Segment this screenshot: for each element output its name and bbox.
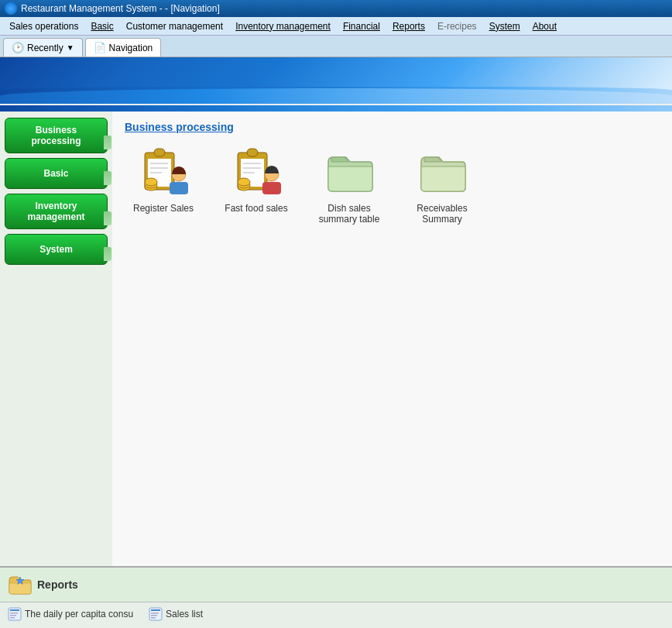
icon-item-register-sales[interactable]: Register Sales bbox=[125, 144, 202, 225]
sidebar: Business processing Basic Inventory mana… bbox=[0, 112, 112, 566]
menu-financial[interactable]: Financial bbox=[337, 19, 386, 33]
reports-links: The daily per capita consu Sales list bbox=[0, 602, 672, 626]
svg-rect-30 bbox=[151, 613, 159, 614]
title-bar: Restaurant Management System - - [Naviga… bbox=[0, 0, 672, 17]
sidebar-btn-inventory-management[interactable]: Inventory management bbox=[5, 194, 108, 229]
fast-food-sales-svg bbox=[231, 146, 282, 197]
menu-basic[interactable]: Basic bbox=[84, 19, 119, 33]
clock-icon: 🕑 bbox=[12, 42, 24, 53]
window-title: Restaurant Management System - - [Naviga… bbox=[21, 3, 220, 14]
report-link-daily-icon bbox=[8, 607, 22, 621]
fast-food-sales-label: Fast food sales bbox=[225, 203, 287, 214]
svg-rect-29 bbox=[151, 609, 160, 611]
tab-dropdown-icon[interactable]: ▼ bbox=[67, 43, 74, 52]
wave-bar bbox=[0, 105, 672, 112]
reports-section: Reports The daily per capita consu Sales… bbox=[0, 566, 672, 628]
svg-rect-32 bbox=[151, 617, 156, 619]
svg-point-19 bbox=[238, 178, 250, 186]
svg-rect-2 bbox=[154, 149, 165, 156]
nav-icon: 📄 bbox=[94, 42, 106, 53]
reports-header: Reports bbox=[0, 568, 672, 602]
svg-rect-10 bbox=[170, 182, 188, 194]
icon-grid: Register Sales bbox=[125, 144, 660, 225]
dish-sales-summary-label: Dish sales summary table bbox=[310, 203, 388, 225]
sidebar-btn-basic[interactable]: Basic bbox=[5, 158, 108, 189]
svg-rect-25 bbox=[10, 613, 18, 614]
svg-rect-31 bbox=[151, 615, 157, 616]
svg-rect-26 bbox=[10, 615, 16, 616]
register-sales-label: Register Sales bbox=[133, 203, 194, 214]
receivables-summary-label: Receivables Summary bbox=[403, 203, 481, 225]
report-link-sales-list-label: Sales list bbox=[166, 609, 203, 619]
tab-recently-label: Recently bbox=[27, 43, 63, 53]
receivables-summary-icon-box bbox=[415, 144, 469, 198]
tab-navigation-label: Navigation bbox=[109, 43, 153, 53]
report-link-sales-list-icon bbox=[149, 607, 163, 621]
menu-about[interactable]: About bbox=[526, 19, 563, 33]
fast-food-sales-icon-box bbox=[229, 144, 283, 198]
sidebar-btn-business-processing[interactable]: Business processing bbox=[5, 118, 108, 153]
register-sales-icon-box bbox=[136, 144, 190, 198]
section-title: Business processing bbox=[125, 121, 660, 133]
menu-reports[interactable]: Reports bbox=[386, 19, 431, 33]
menu-sales-operations[interactable]: Sales operations bbox=[3, 19, 84, 33]
svg-rect-21 bbox=[262, 182, 281, 194]
menu-bar: Sales operations Basic Customer manageme… bbox=[0, 17, 672, 36]
menu-customer-management[interactable]: Customer management bbox=[120, 19, 229, 33]
svg-rect-27 bbox=[10, 617, 15, 619]
icon-item-fast-food-sales[interactable]: Fast food sales bbox=[218, 144, 295, 225]
dish-sales-summary-svg bbox=[324, 146, 375, 197]
svg-rect-13 bbox=[247, 149, 258, 156]
menu-inventory-management[interactable]: Inventory management bbox=[229, 19, 337, 33]
header-banner bbox=[0, 57, 672, 104]
app-icon bbox=[5, 2, 17, 15]
tab-recently[interactable]: 🕑 Recently ▼ bbox=[3, 38, 83, 57]
report-link-daily[interactable]: The daily per capita consu bbox=[8, 607, 133, 621]
dish-sales-summary-icon-box bbox=[322, 144, 376, 198]
sidebar-btn-system[interactable]: System bbox=[5, 234, 108, 265]
icon-item-receivables-summary[interactable]: Receivables Summary bbox=[403, 144, 481, 225]
menu-system[interactable]: System bbox=[483, 19, 526, 33]
menu-e-recipes[interactable]: E-recipes bbox=[431, 19, 483, 33]
svg-rect-24 bbox=[10, 609, 19, 611]
reports-title: Reports bbox=[37, 578, 78, 591]
receivables-summary-svg bbox=[417, 146, 468, 197]
content-panel: Business processing bbox=[112, 112, 672, 566]
tab-bar: 🕑 Recently ▼ 📄 Navigation bbox=[0, 36, 672, 57]
reports-folder-icon bbox=[8, 572, 33, 597]
register-sales-svg bbox=[139, 146, 189, 197]
svg-point-8 bbox=[145, 178, 157, 186]
report-link-daily-label: The daily per capita consu bbox=[25, 609, 133, 619]
tab-navigation[interactable]: 📄 Navigation bbox=[85, 38, 162, 57]
icon-item-dish-sales-summary[interactable]: Dish sales summary table bbox=[310, 144, 388, 225]
report-link-sales-list[interactable]: Sales list bbox=[149, 607, 203, 621]
